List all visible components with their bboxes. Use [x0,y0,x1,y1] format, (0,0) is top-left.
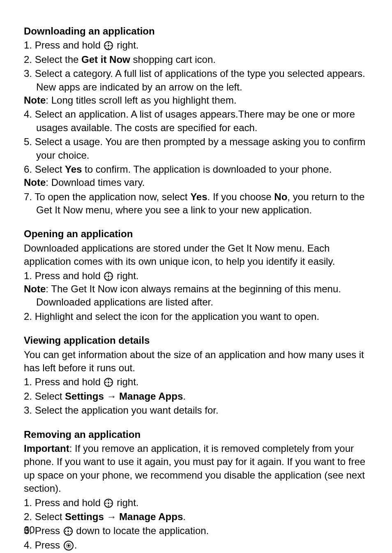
text: Press [35,539,63,551]
text: Select a category. A full list of applic… [35,68,365,92]
bold-text: Note [24,177,46,188]
text: . [183,391,186,402]
step-list: 1. Press and hold right.2. Select the Ge… [24,39,371,217]
bold-text: Manage Apps [119,391,183,402]
step-item: 2. Highlight and select the icon for the… [24,310,371,323]
text: Select a usage. You are then prompted by… [35,136,366,160]
text: Press and hold [35,376,104,387]
step-item: 2. Select Settings → Manage Apps. [24,510,371,523]
step-item: 3. Press down to locate the application. [24,524,371,537]
section: Downloading an application1. Press and h… [24,25,371,217]
text: : Download times vary. [46,177,145,188]
text: : If you remove an application, it is re… [24,443,365,494]
step-list: 1. Press and hold right.2. Select Settin… [24,496,371,553]
bold-text: Yes [65,164,82,175]
step-item: 4. Press . [24,539,371,552]
step-line: Note: The Get It Now icon always remains… [36,282,371,309]
step-number: 3. [24,68,35,79]
section-intro: You can get information about the size o… [24,348,371,375]
step-number: 2. [24,54,35,65]
text: Press and hold [35,39,104,51]
text: Select [35,164,65,175]
step-item: 3. Select a category. A full list of app… [24,67,371,107]
step-item: 1. Press and hold right.Note: The Get It… [24,269,371,309]
step-line: 1. Press and hold right. [36,269,371,282]
bold-text: Note [24,95,46,106]
navigation-key-icon [64,527,73,536]
bold-text: Settings [65,391,104,402]
text: . [74,539,77,551]
text: right. [114,497,138,508]
bold-text: Get it Now [81,54,130,65]
text: Press and hold [35,270,104,281]
section: Removing an applicationImportant: If you… [24,428,371,553]
step-item: 7. To open the application now, select Y… [24,190,371,217]
text: . If you choose [208,191,274,202]
text: right. [114,39,138,51]
step-item: 5. Select a usage. You are then prompted… [24,135,371,162]
bold-text: Manage Apps [119,511,183,522]
text: to confirm. The application is downloade… [82,164,332,175]
section-heading: Opening an application [24,227,371,241]
bold-text: Yes [190,191,207,202]
step-item: 2. Select Settings → Manage Apps. [24,390,371,403]
bold-text: Settings [65,511,104,522]
ok-key-icon [64,541,74,551]
step-line: 3. Select a category. A full list of app… [36,67,371,94]
step-list: 1. Press and hold right.Note: The Get It… [24,269,371,324]
step-number: 1. [24,270,35,281]
step-number: 5. [24,136,35,147]
navigation-key-icon [104,378,113,387]
text: right. [114,376,138,387]
page-number: 60 [24,523,35,537]
navigation-key-icon [104,272,113,281]
section-heading: Downloading an application [24,25,371,38]
arrow-icon: → [106,511,116,522]
step-number: 2. [24,511,35,522]
text: right. [114,270,138,281]
text: To open the application now, select [35,191,190,202]
navigation-key-icon [104,41,113,50]
step-item: 6. Select Yes to confirm. The applicatio… [24,163,371,190]
section-heading: Removing an application [24,428,371,441]
step-number: 4. [24,109,35,120]
text: Select [35,511,65,522]
bold-text: Note [24,283,46,294]
text: . [183,511,186,522]
step-item: 3. Select the application you want detai… [24,404,371,417]
step-line: Note: Download times vary. [36,176,371,189]
step-item: 4. Select an application. A list of usag… [24,108,371,134]
section-heading: Viewing application details [24,334,371,347]
text: : The Get It Now icon always remains at … [36,283,341,308]
step-number: 1. [24,376,35,387]
step-line: Note: Long titles scroll left as you hig… [36,94,371,107]
text: Highlight and select the icon for the ap… [35,311,319,322]
bold-text: No [274,191,287,202]
step-number: 1. [24,497,35,508]
text: Select the [35,54,81,65]
section-intro: Important: If you remove an application,… [24,442,371,495]
text: Select [35,391,65,402]
step-list: 1. Press and hold right.2. Select Settin… [24,375,371,417]
step-number: 6. [24,164,35,175]
step-item: 2. Select the Get it Now shopping cart i… [24,53,371,66]
text: down to locate the application. [74,525,209,536]
step-item: 1. Press and hold right. [24,39,371,52]
step-number: 2. [24,311,35,322]
step-item: 1. Press and hold right. [24,375,371,389]
step-number: 4. [24,539,35,551]
step-line: 6. Select Yes to confirm. The applicatio… [36,163,371,176]
step-number: 3. [24,405,35,416]
step-number: 2. [24,391,35,402]
text: shopping cart icon. [130,54,216,65]
text: Press and hold [35,497,104,508]
section: Opening an applicationDownloaded applica… [24,227,371,323]
bold-text: Important [24,443,69,454]
step-item: 1. Press and hold right. [24,496,371,509]
navigation-key-icon [104,499,113,508]
text: Press [35,525,63,536]
section-intro: Downloaded applications are stored under… [24,242,371,268]
text: Select an application. A list of usages … [35,109,355,133]
step-number: 7. [24,191,35,202]
text: Select the application you want details … [35,405,219,416]
